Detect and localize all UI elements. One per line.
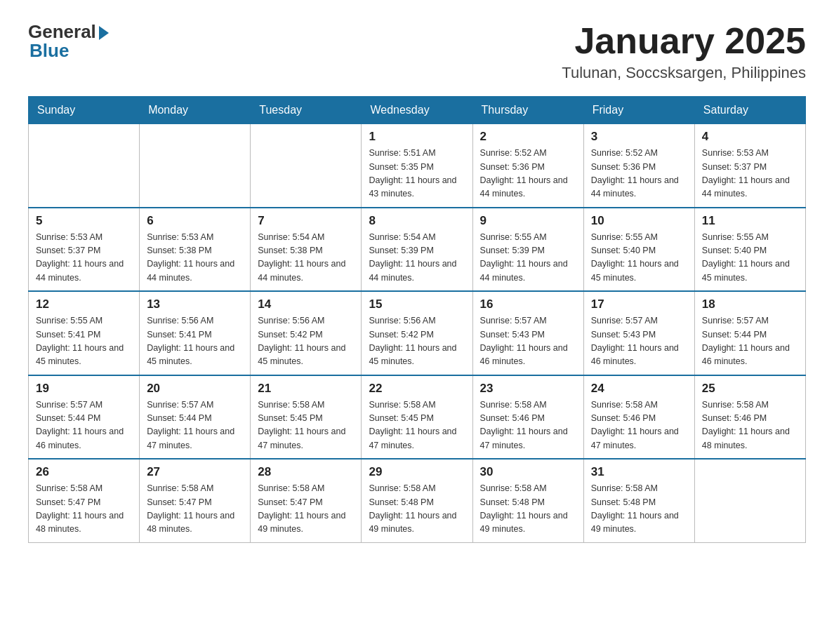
calendar-cell: 25Sunrise: 5:58 AM Sunset: 5:46 PM Dayli… bbox=[694, 375, 805, 459]
day-number: 13 bbox=[147, 297, 243, 311]
day-info: Sunrise: 5:58 AM Sunset: 5:47 PM Dayligh… bbox=[36, 482, 132, 537]
day-info: Sunrise: 5:54 AM Sunset: 5:39 PM Dayligh… bbox=[369, 231, 465, 286]
day-info: Sunrise: 5:55 AM Sunset: 5:40 PM Dayligh… bbox=[702, 231, 798, 286]
day-number: 27 bbox=[147, 465, 243, 479]
day-of-week-header: Tuesday bbox=[251, 97, 362, 124]
day-info: Sunrise: 5:58 AM Sunset: 5:47 PM Dayligh… bbox=[258, 482, 354, 537]
calendar-cell: 16Sunrise: 5:57 AM Sunset: 5:43 PM Dayli… bbox=[472, 291, 583, 375]
day-of-week-header: Sunday bbox=[29, 97, 140, 124]
calendar-cell: 7Sunrise: 5:54 AM Sunset: 5:38 PM Daylig… bbox=[251, 208, 362, 292]
logo-arrow-icon bbox=[99, 26, 109, 40]
day-number: 8 bbox=[369, 214, 465, 228]
calendar-cell: 21Sunrise: 5:58 AM Sunset: 5:45 PM Dayli… bbox=[251, 375, 362, 459]
day-info: Sunrise: 5:57 AM Sunset: 5:43 PM Dayligh… bbox=[591, 314, 687, 369]
day-number: 9 bbox=[480, 214, 576, 228]
calendar-cell: 5Sunrise: 5:53 AM Sunset: 5:37 PM Daylig… bbox=[29, 208, 140, 292]
day-number: 12 bbox=[36, 297, 132, 311]
day-number: 23 bbox=[480, 382, 576, 396]
calendar-cell: 9Sunrise: 5:55 AM Sunset: 5:39 PM Daylig… bbox=[472, 208, 583, 292]
calendar-cell: 15Sunrise: 5:56 AM Sunset: 5:42 PM Dayli… bbox=[362, 291, 472, 375]
calendar-cell: 24Sunrise: 5:58 AM Sunset: 5:46 PM Dayli… bbox=[583, 375, 694, 459]
calendar-cell bbox=[140, 124, 251, 208]
day-number: 4 bbox=[702, 130, 798, 144]
calendar-cell: 8Sunrise: 5:54 AM Sunset: 5:39 PM Daylig… bbox=[362, 208, 472, 292]
day-info: Sunrise: 5:57 AM Sunset: 5:44 PM Dayligh… bbox=[147, 398, 243, 453]
day-info: Sunrise: 5:55 AM Sunset: 5:40 PM Dayligh… bbox=[591, 231, 687, 286]
day-info: Sunrise: 5:57 AM Sunset: 5:44 PM Dayligh… bbox=[36, 398, 132, 453]
day-number: 3 bbox=[591, 130, 687, 144]
calendar-cell: 28Sunrise: 5:58 AM Sunset: 5:47 PM Dayli… bbox=[251, 459, 362, 542]
day-number: 14 bbox=[258, 297, 354, 311]
day-of-week-header: Monday bbox=[140, 97, 251, 124]
day-number: 2 bbox=[480, 130, 576, 144]
day-number: 19 bbox=[36, 382, 132, 396]
calendar-table: SundayMondayTuesdayWednesdayThursdayFrid… bbox=[28, 96, 806, 543]
day-number: 24 bbox=[591, 382, 687, 396]
calendar-cell: 11Sunrise: 5:55 AM Sunset: 5:40 PM Dayli… bbox=[694, 208, 805, 292]
day-info: Sunrise: 5:58 AM Sunset: 5:45 PM Dayligh… bbox=[258, 398, 354, 453]
day-info: Sunrise: 5:58 AM Sunset: 5:45 PM Dayligh… bbox=[369, 398, 465, 453]
calendar-cell: 13Sunrise: 5:56 AM Sunset: 5:41 PM Dayli… bbox=[140, 291, 251, 375]
day-number: 20 bbox=[147, 382, 243, 396]
calendar-cell: 10Sunrise: 5:55 AM Sunset: 5:40 PM Dayli… bbox=[583, 208, 694, 292]
calendar-week-row: 19Sunrise: 5:57 AM Sunset: 5:44 PM Dayli… bbox=[29, 375, 806, 459]
day-info: Sunrise: 5:58 AM Sunset: 5:48 PM Dayligh… bbox=[591, 482, 687, 537]
day-number: 22 bbox=[369, 382, 465, 396]
day-info: Sunrise: 5:53 AM Sunset: 5:37 PM Dayligh… bbox=[702, 147, 798, 201]
calendar-cell: 6Sunrise: 5:53 AM Sunset: 5:38 PM Daylig… bbox=[140, 208, 251, 292]
day-number: 7 bbox=[258, 214, 354, 228]
day-info: Sunrise: 5:53 AM Sunset: 5:37 PM Dayligh… bbox=[36, 231, 132, 286]
day-number: 1 bbox=[369, 130, 465, 144]
day-number: 25 bbox=[702, 382, 798, 396]
day-of-week-header: Wednesday bbox=[362, 97, 472, 124]
day-info: Sunrise: 5:58 AM Sunset: 5:47 PM Dayligh… bbox=[147, 482, 243, 537]
calendar-header-row: SundayMondayTuesdayWednesdayThursdayFrid… bbox=[29, 97, 806, 124]
calendar-cell: 1Sunrise: 5:51 AM Sunset: 5:35 PM Daylig… bbox=[362, 124, 472, 208]
day-of-week-header: Thursday bbox=[472, 97, 583, 124]
day-info: Sunrise: 5:55 AM Sunset: 5:41 PM Dayligh… bbox=[36, 314, 132, 369]
day-number: 17 bbox=[591, 297, 687, 311]
day-info: Sunrise: 5:56 AM Sunset: 5:42 PM Dayligh… bbox=[369, 314, 465, 369]
day-number: 28 bbox=[258, 465, 354, 479]
day-number: 18 bbox=[702, 297, 798, 311]
calendar-cell: 22Sunrise: 5:58 AM Sunset: 5:45 PM Dayli… bbox=[362, 375, 472, 459]
day-info: Sunrise: 5:51 AM Sunset: 5:35 PM Dayligh… bbox=[369, 147, 465, 201]
day-number: 6 bbox=[147, 214, 243, 228]
day-info: Sunrise: 5:57 AM Sunset: 5:44 PM Dayligh… bbox=[702, 314, 798, 369]
day-of-week-header: Saturday bbox=[694, 97, 805, 124]
day-info: Sunrise: 5:56 AM Sunset: 5:41 PM Dayligh… bbox=[147, 314, 243, 369]
day-info: Sunrise: 5:56 AM Sunset: 5:42 PM Dayligh… bbox=[258, 314, 354, 369]
day-info: Sunrise: 5:55 AM Sunset: 5:39 PM Dayligh… bbox=[480, 231, 576, 286]
day-info: Sunrise: 5:58 AM Sunset: 5:46 PM Dayligh… bbox=[591, 398, 687, 453]
day-info: Sunrise: 5:58 AM Sunset: 5:46 PM Dayligh… bbox=[480, 398, 576, 453]
calendar-cell: 14Sunrise: 5:56 AM Sunset: 5:42 PM Dayli… bbox=[251, 291, 362, 375]
calendar-cell bbox=[29, 124, 140, 208]
day-number: 15 bbox=[369, 297, 465, 311]
day-info: Sunrise: 5:52 AM Sunset: 5:36 PM Dayligh… bbox=[591, 147, 687, 201]
calendar-cell: 26Sunrise: 5:58 AM Sunset: 5:47 PM Dayli… bbox=[29, 459, 140, 542]
day-info: Sunrise: 5:52 AM Sunset: 5:36 PM Dayligh… bbox=[480, 147, 576, 201]
logo: General Blue bbox=[28, 21, 109, 62]
day-number: 10 bbox=[591, 214, 687, 228]
day-number: 5 bbox=[36, 214, 132, 228]
day-number: 30 bbox=[480, 465, 576, 479]
logo-blue-text: Blue bbox=[28, 40, 69, 62]
calendar-cell: 19Sunrise: 5:57 AM Sunset: 5:44 PM Dayli… bbox=[29, 375, 140, 459]
calendar-cell: 31Sunrise: 5:58 AM Sunset: 5:48 PM Dayli… bbox=[583, 459, 694, 542]
calendar-cell: 12Sunrise: 5:55 AM Sunset: 5:41 PM Dayli… bbox=[29, 291, 140, 375]
calendar-cell: 18Sunrise: 5:57 AM Sunset: 5:44 PM Dayli… bbox=[694, 291, 805, 375]
calendar-cell: 29Sunrise: 5:58 AM Sunset: 5:48 PM Dayli… bbox=[362, 459, 472, 542]
calendar-week-row: 26Sunrise: 5:58 AM Sunset: 5:47 PM Dayli… bbox=[29, 459, 806, 542]
day-number: 11 bbox=[702, 214, 798, 228]
title-block: January 2025 Tulunan, Soccsksargen, Phil… bbox=[562, 21, 806, 82]
page-header: General Blue January 2025 Tulunan, Soccs… bbox=[28, 21, 806, 82]
calendar-week-row: 5Sunrise: 5:53 AM Sunset: 5:37 PM Daylig… bbox=[29, 208, 806, 292]
day-number: 26 bbox=[36, 465, 132, 479]
day-info: Sunrise: 5:58 AM Sunset: 5:48 PM Dayligh… bbox=[369, 482, 465, 537]
calendar-cell: 30Sunrise: 5:58 AM Sunset: 5:48 PM Dayli… bbox=[472, 459, 583, 542]
calendar-week-row: 1Sunrise: 5:51 AM Sunset: 5:35 PM Daylig… bbox=[29, 124, 806, 208]
calendar-cell bbox=[694, 459, 805, 542]
calendar-cell: 3Sunrise: 5:52 AM Sunset: 5:36 PM Daylig… bbox=[583, 124, 694, 208]
day-of-week-header: Friday bbox=[583, 97, 694, 124]
calendar-week-row: 12Sunrise: 5:55 AM Sunset: 5:41 PM Dayli… bbox=[29, 291, 806, 375]
